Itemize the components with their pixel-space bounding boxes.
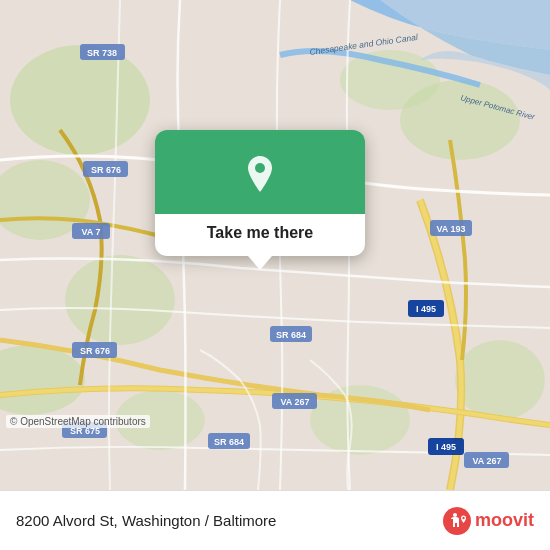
svg-text:VA 267: VA 267 — [472, 456, 501, 466]
svg-text:VA 193: VA 193 — [436, 224, 465, 234]
svg-text:SR 684: SR 684 — [276, 330, 306, 340]
svg-text:VA 267: VA 267 — [280, 397, 309, 407]
svg-point-1 — [10, 45, 150, 155]
moovit-brand-icon — [443, 507, 471, 535]
svg-point-10 — [455, 340, 545, 420]
copyright-text: © OpenStreetMap contributors — [6, 415, 150, 428]
svg-text:SR 738: SR 738 — [87, 48, 117, 58]
popup-header — [155, 130, 365, 214]
location-popup[interactable]: Take me there — [155, 130, 365, 256]
svg-text:SR 676: SR 676 — [80, 346, 110, 356]
svg-text:I 495: I 495 — [436, 442, 456, 452]
svg-point-40 — [462, 516, 464, 518]
map-area: SR 738 SR 676 SR 676 SR 675 VA 7 VA 193 … — [0, 0, 550, 490]
svg-text:SR 684: SR 684 — [214, 437, 244, 447]
svg-point-3 — [65, 255, 175, 345]
svg-text:SR 676: SR 676 — [91, 165, 121, 175]
svg-text:VA 7: VA 7 — [81, 227, 100, 237]
svg-point-38 — [255, 163, 265, 173]
svg-text:I 495: I 495 — [416, 304, 436, 314]
moovit-logo: moovit — [443, 507, 534, 535]
address-label: 8200 Alvord St, Washington / Baltimore — [16, 512, 276, 529]
moovit-text-label: moovit — [475, 510, 534, 531]
location-pin-icon — [238, 152, 282, 196]
bottom-info-bar: 8200 Alvord St, Washington / Baltimore m… — [0, 490, 550, 550]
take-me-there-button[interactable]: Take me there — [191, 214, 329, 256]
